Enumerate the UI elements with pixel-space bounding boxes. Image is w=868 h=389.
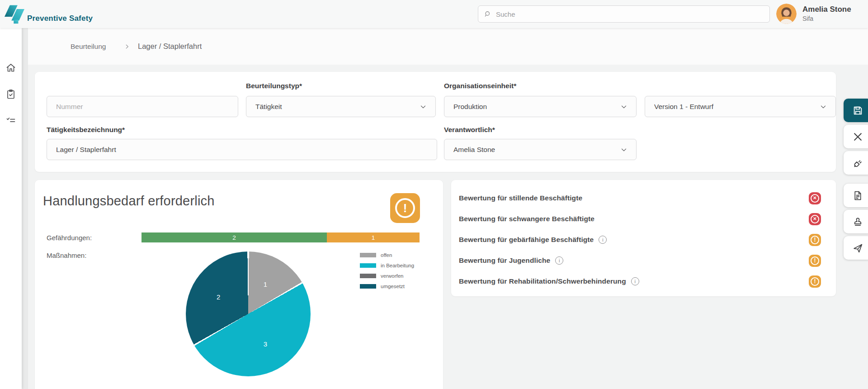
user-role: Sifa	[802, 15, 851, 23]
warning-icon: !	[390, 193, 420, 223]
organisationseinheit-value: Produktion	[453, 103, 487, 111]
pie-slice-value: 3	[264, 340, 267, 347]
beurteilungstyp-select[interactable]: Tätigkeit	[246, 96, 436, 117]
user-name: Amelia Stone	[802, 5, 851, 14]
massnahmen-label: Maßnahmen:	[47, 251, 86, 259]
taetigkeitsbezeichnung-label: Tätigkeitsbezeichnung*	[47, 126, 125, 134]
handlungsbedarf-card: Handlungsbedarf erforderlich ! Gefährdun…	[35, 180, 443, 389]
close-icon	[852, 131, 863, 142]
user-menu[interactable]: Amelia Stone Sifa	[776, 4, 851, 24]
assessment-form-card: Beurteilungstyp* Tätigkeit Organisations…	[35, 72, 836, 172]
plug-button[interactable]	[844, 151, 868, 175]
status-error-icon[interactable]: ✕	[809, 192, 821, 204]
checklist-icon	[5, 115, 16, 126]
legend-label: umgesetzt	[381, 284, 405, 289]
nummer-input[interactable]	[47, 96, 238, 117]
chevron-down-icon	[620, 103, 628, 111]
gefaehrdungen-label: Gefährdungen:	[47, 234, 92, 242]
avatar	[776, 4, 797, 24]
pie-slice-value: 1	[264, 280, 267, 288]
organisationseinheit-select[interactable]: Produktion	[444, 96, 637, 117]
brand-name: Preventive Safety	[27, 14, 93, 23]
bewertung-row[interactable]: Bewertung für schwangere Beschäftigte✕	[459, 209, 821, 229]
document-signature-button[interactable]	[844, 184, 868, 207]
sidebar-item-checklist[interactable]	[5, 115, 16, 126]
home-icon	[5, 62, 16, 73]
sidebar-item-home[interactable]	[5, 62, 16, 73]
clipboard-check-icon	[5, 89, 16, 100]
document-signature-icon	[852, 190, 863, 201]
legend-swatch	[360, 274, 376, 278]
save-icon	[852, 105, 863, 116]
status-error-icon[interactable]: ✕	[809, 213, 821, 225]
chevron-down-icon	[819, 103, 827, 111]
save-button[interactable]	[844, 99, 868, 122]
search-input[interactable]	[496, 10, 764, 18]
bewertungen-card: Bewertung für stillende Beschäftigte✕Bew…	[451, 180, 836, 296]
card-title: Handlungsbedarf erforderlich	[43, 194, 215, 209]
sidebar-item-clipboard-check[interactable]	[5, 89, 16, 100]
legend-swatch	[360, 253, 376, 257]
close-button[interactable]	[844, 125, 868, 148]
bewertung-row[interactable]: Bewertung für Jugendlichei!	[459, 250, 821, 271]
bewertung-label: Bewertung für Rehabilitation/Schwerbehin…	[459, 277, 626, 285]
status-warning-icon[interactable]: !	[809, 255, 821, 267]
legend-label: offen	[381, 252, 392, 258]
beurteilungstyp-value: Tätigkeit	[255, 103, 282, 111]
gefaehrdungen-bar: 21	[142, 232, 420, 242]
stamp-icon	[852, 216, 863, 228]
chevron-right-icon	[124, 28, 130, 65]
status-warning-icon[interactable]: !	[809, 234, 821, 246]
stamp-button[interactable]	[844, 210, 868, 233]
sidebar-gutter	[22, 28, 28, 389]
toolbar-divider	[844, 177, 868, 181]
chevron-down-icon	[620, 146, 628, 154]
legend-item: umgesetzt	[360, 284, 414, 289]
bewertung-label: Bewertung für Jugendliche	[459, 256, 550, 265]
bewertung-label: Bewertung für stillende Beschäftigte	[459, 194, 582, 202]
bar-segment: 1	[327, 232, 420, 242]
info-icon[interactable]: i	[631, 277, 639, 285]
pie-legend: offenin Bearbeitungverworfenumgesetzt	[360, 252, 414, 294]
info-icon[interactable]: i	[555, 256, 563, 265]
status-warning-icon[interactable]: !	[809, 275, 821, 288]
legend-swatch	[360, 284, 376, 289]
legend-label: verworfen	[381, 273, 404, 279]
send-button[interactable]	[844, 236, 868, 260]
logo-icon	[5, 4, 24, 24]
bewertung-row[interactable]: Bewertung für Rehabilitation/Schwerbehin…	[459, 271, 821, 292]
legend-item: offen	[360, 252, 414, 258]
search-icon	[484, 10, 492, 18]
pie-slice-value: 2	[217, 293, 220, 301]
verantwortlich-value: Amelia Stone	[453, 146, 495, 154]
legend-item: verworfen	[360, 273, 414, 279]
pie-chart	[186, 251, 311, 376]
verantwortlich-select[interactable]: Amelia Stone	[444, 139, 637, 160]
legend-label: in Bearbeitung	[381, 263, 414, 268]
sidebar	[0, 28, 22, 389]
organisationseinheit-label: Organisationseinheit*	[444, 82, 516, 90]
app-logo[interactable]: Preventive Safety	[5, 4, 93, 24]
bewertung-row[interactable]: Bewertung für gebärfähige Beschäftigtei!	[459, 229, 821, 250]
info-icon[interactable]: i	[599, 236, 607, 244]
breadcrumb-section[interactable]: Beurteilung	[71, 28, 106, 65]
bar-segment: 2	[142, 232, 327, 242]
side-toolbar	[844, 99, 868, 260]
legend-swatch	[360, 263, 376, 268]
search-box	[478, 5, 770, 23]
breadcrumb: Beurteilung Lager / Staplerfahrt	[28, 28, 868, 65]
bewertung-label: Bewertung für gebärfähige Beschäftigte	[459, 236, 594, 244]
send-icon	[852, 242, 863, 254]
bewertung-label: Bewertung für schwangere Beschäftigte	[459, 215, 594, 223]
topbar: Preventive Safety	[0, 0, 868, 28]
version-value: Version 1 - Entwurf	[654, 103, 713, 111]
beurteilungstyp-label: Beurteilungstyp*	[246, 82, 302, 90]
breadcrumb-current[interactable]: Lager / Staplerfahrt	[138, 28, 202, 65]
verantwortlich-label: Verantwortlich*	[444, 126, 495, 134]
app-screen: Preventive Safety	[0, 0, 868, 389]
version-select[interactable]: Version 1 - Entwurf	[645, 96, 836, 117]
plug-icon	[852, 157, 863, 169]
chevron-down-icon	[419, 103, 427, 111]
taetigkeitsbezeichnung-input[interactable]	[47, 139, 437, 160]
bewertung-row[interactable]: Bewertung für stillende Beschäftigte✕	[459, 188, 821, 209]
